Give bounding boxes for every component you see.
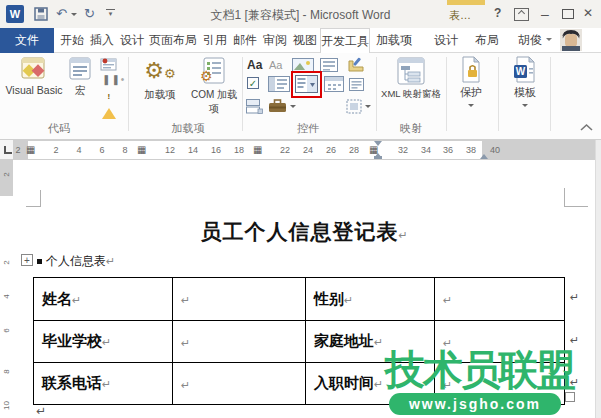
gear-icon: ⚙ <box>144 58 164 83</box>
user-dropdown-icon[interactable] <box>546 38 552 44</box>
table-cell[interactable]: ↵ <box>173 278 306 321</box>
ruler-number: 6 <box>96 145 108 155</box>
com-addins-label: COM 加载项 <box>186 88 242 116</box>
ruler-number: 2 <box>2 169 11 180</box>
tab-page-layout[interactable]: 页面布局 <box>147 28 199 52</box>
table-cell[interactable]: ↵ <box>173 321 306 363</box>
window-title: 文档1 [兼容模式] - Microsoft Word <box>0 7 601 24</box>
group-control-icon[interactable] <box>346 99 362 114</box>
tab-design[interactable]: 设计 <box>118 28 146 52</box>
group-label-mapping: 映射 <box>381 121 441 136</box>
title-bar: W ↶ ↻ ▾ 文档1 [兼容模式] - Microsoft Word 表… ?… <box>0 0 601 28</box>
ruler-number: 4 <box>2 291 11 302</box>
addins-label: 加载项 <box>136 88 184 102</box>
legacy-tools-icon[interactable] <box>268 99 287 113</box>
tab-table-design[interactable]: 设计 <box>431 28 461 52</box>
minimize-button[interactable]: – <box>541 6 549 22</box>
user-avatar[interactable] <box>560 29 582 51</box>
group-separator <box>242 57 243 131</box>
com-addins-button[interactable]: ⚙ COM 加载项 <box>186 56 242 116</box>
ruler-number: 10 <box>2 400 11 411</box>
paragraph-mark: ↵ <box>106 255 115 267</box>
table-column-marker-icon[interactable]: ▦ <box>26 143 35 157</box>
repeating-section-control-icon[interactable] <box>246 99 263 114</box>
ruler-number: 4 <box>73 145 85 155</box>
tab-file[interactable]: 文件 <box>0 28 54 53</box>
table-cell[interactable]: ↵ <box>435 278 565 321</box>
xml-mapping-pane-button[interactable]: XML 映射窗格 <box>379 56 443 101</box>
tab-references[interactable]: 引用 <box>201 28 229 52</box>
visual-basic-button[interactable]: Visual Basic <box>4 56 64 96</box>
templates-dropdown-icon <box>522 104 528 110</box>
templates-label: 模板 <box>506 85 544 100</box>
gear-icon: ⚙ <box>200 68 213 84</box>
table-resize-handle[interactable] <box>565 392 575 402</box>
rich-text-control-icon[interactable]: Aa <box>247 58 262 72</box>
table-cell[interactable]: ↵ <box>173 363 306 405</box>
ribbon-display-options-icon[interactable] <box>514 8 529 21</box>
tab-home[interactable]: 开始 <box>58 28 86 52</box>
addins-button[interactable]: ⚙⚙ 加载项 <box>136 56 184 102</box>
tab-mailings[interactable]: 邮件 <box>231 28 259 52</box>
tab-review[interactable]: 审阅 <box>261 28 289 52</box>
record-macro-icon[interactable] <box>100 58 117 71</box>
macros-label: 宏 <box>64 84 96 98</box>
margin-crop-mark <box>564 188 565 207</box>
picture-control-icon[interactable] <box>292 58 314 72</box>
design-mode-icon[interactable] <box>348 56 366 72</box>
visual-basic-label: Visual Basic <box>4 84 64 96</box>
maximize-button[interactable] <box>562 9 574 19</box>
group-separator <box>446 57 447 131</box>
table-caption-text: 个人信息表 <box>46 254 106 268</box>
tab-table-layout[interactable]: 布局 <box>472 28 502 52</box>
table-cell[interactable]: 性别↵ <box>306 278 435 321</box>
right-indent-marker[interactable] <box>480 150 488 159</box>
properties-icon[interactable] <box>349 78 364 91</box>
table-column-marker-icon[interactable]: ▦ <box>253 143 262 157</box>
help-button[interactable]: ? <box>494 6 501 20</box>
ruler-number: 40 <box>489 145 501 155</box>
dropdown-list-control-icon[interactable] <box>295 75 318 93</box>
protect-label: 保护 <box>452 85 490 100</box>
ruler-number: 38 <box>465 145 477 155</box>
contextual-tab-strip <box>447 0 485 5</box>
watermark-brand: 技术员联盟 <box>385 344 579 396</box>
collapse-ribbon-icon[interactable] <box>580 123 593 131</box>
margin-crop-mark <box>40 190 41 207</box>
close-button[interactable]: ✕ <box>583 6 593 20</box>
checkbox-control-icon[interactable]: ✓ <box>247 77 259 89</box>
tab-developer-active[interactable]: 开发工具 <box>320 28 370 53</box>
group-separator <box>550 57 551 131</box>
building-block-control-icon[interactable] <box>320 58 338 72</box>
document-title-row[interactable]: 员工个人信息登记表↵ <box>13 218 595 246</box>
plain-text-control-icon[interactable]: Aa <box>269 59 282 71</box>
legacy-tools-dropdown-icon[interactable] <box>290 105 296 111</box>
protect-button[interactable]: 保护 <box>452 56 490 112</box>
table-move-handle[interactable]: + <box>21 254 33 266</box>
ruler-number: 8 <box>119 145 131 155</box>
tab-view[interactable]: 视图 <box>291 28 319 52</box>
table-cell[interactable]: 联系电话↵ <box>34 363 173 405</box>
table-caption[interactable]: 个人信息表↵ <box>46 253 115 270</box>
templates-button[interactable]: W 模板 <box>506 56 544 112</box>
table-cell[interactable]: 毕业学校↵ <box>34 321 173 363</box>
paragraph-mark: ↵ <box>398 229 407 241</box>
tab-addins[interactable]: 加载项 <box>374 28 414 52</box>
group-dropdown-icon[interactable] <box>365 105 371 111</box>
table-column-marker-icon[interactable]: ▦ <box>137 143 146 157</box>
left-indent-marker[interactable] <box>374 156 382 159</box>
vertical-scrollbar[interactable] <box>595 140 601 418</box>
tab-insert[interactable]: 插入 <box>88 28 116 52</box>
macros-button[interactable]: 宏 <box>64 56 96 98</box>
table-cell[interactable]: 姓名↵ <box>34 278 173 321</box>
margin-crop-mark <box>564 206 588 207</box>
ruler-number: 2 <box>50 145 62 155</box>
ruler-number: 8 <box>2 366 11 377</box>
document-title[interactable]: 员工个人信息登记表 <box>200 220 398 243</box>
combo-box-control-icon[interactable] <box>268 76 290 92</box>
date-picker-control-icon[interactable] <box>324 76 344 92</box>
macro-security-icon[interactable] <box>102 84 116 119</box>
user-name[interactable]: 胡俊 <box>513 28 547 52</box>
contextual-tab-hint[interactable]: 表… <box>449 8 471 23</box>
svg-text:W: W <box>516 66 526 77</box>
